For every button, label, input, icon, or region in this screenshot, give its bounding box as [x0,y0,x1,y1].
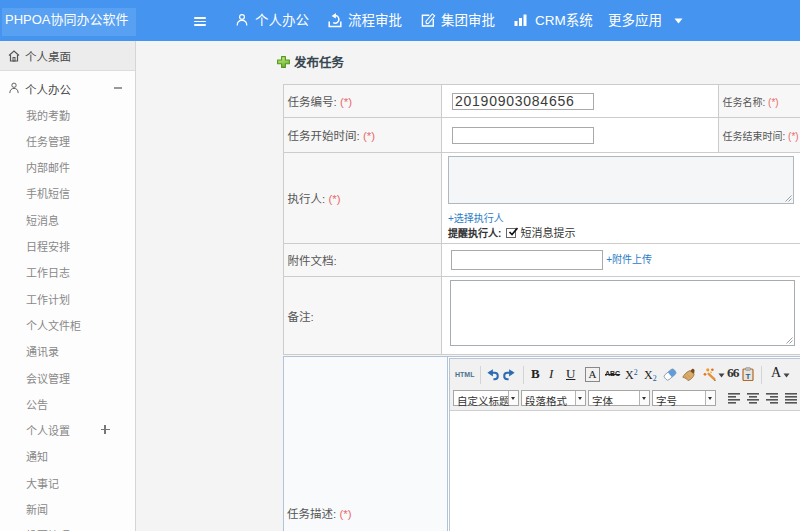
svg-text:T: T [746,372,751,381]
